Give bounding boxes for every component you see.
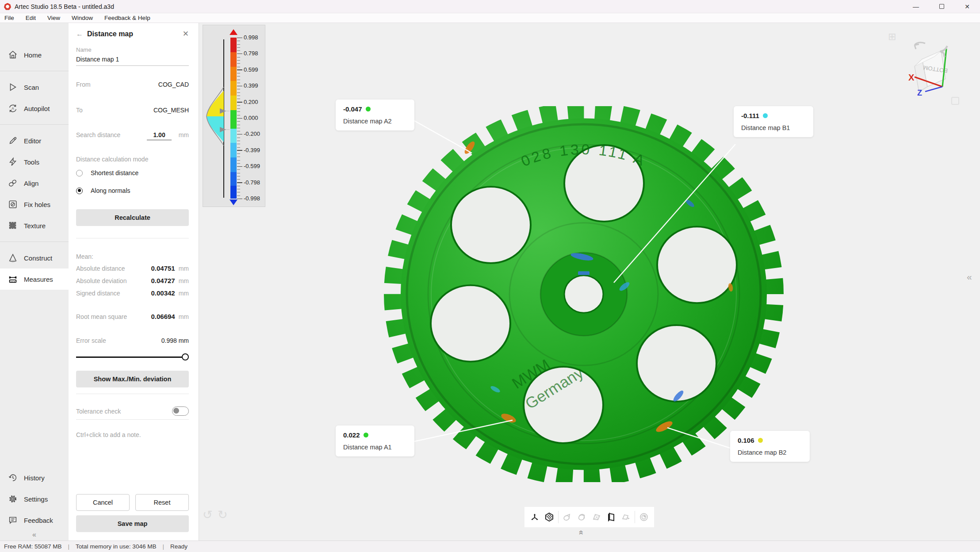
annotation-card-b2[interactable]: 0.106 Distance map B2 — [730, 431, 810, 462]
color-scale-tick-label: 0.000 — [244, 115, 258, 121]
gear-model[interactable]: 028 130 111 A MWM Germany — [380, 106, 787, 482]
annotation-card-b1[interactable]: -0.111 Distance map B1 — [734, 106, 813, 137]
annotation-dot — [366, 107, 371, 111]
menu-file[interactable]: File — [4, 15, 14, 21]
sidebar-item-history[interactable]: History — [0, 467, 69, 488]
sidebar-item-tools[interactable]: Tools — [0, 151, 69, 172]
annotation-dot — [763, 113, 768, 118]
grid-view-icon[interactable]: ⊞ — [888, 31, 896, 42]
to-value[interactable]: COG_MESH — [153, 107, 189, 114]
reset-button[interactable]: Reset — [135, 494, 189, 511]
mini-cube-icon[interactable] — [952, 97, 959, 104]
sidebar-item-settings[interactable]: Settings — [0, 488, 69, 510]
color-scale-major-tick — [237, 150, 242, 151]
save-map-button[interactable]: Save map — [76, 515, 189, 532]
sidebar-item-label: Home — [24, 51, 42, 59]
annotation-value: -0.047 — [343, 105, 362, 113]
color-scale-widget[interactable]: 0.9980.7980.5990.3990.2000.000-0.200-0.3… — [203, 25, 265, 207]
menu-edit[interactable]: Edit — [26, 15, 36, 21]
align-icon — [8, 178, 18, 188]
annotation-card-a1[interactable]: 0.022 Distance map A1 — [336, 426, 414, 456]
rotate-arrow-icon[interactable] — [915, 42, 925, 49]
sidebar-item-label: Autopilot — [24, 105, 50, 112]
scale-max-arrow[interactable] — [230, 29, 237, 35]
view-toolbar — [524, 507, 654, 527]
flat-shading-icon[interactable] — [620, 511, 632, 523]
menu-feedback-help[interactable]: Feedback & Help — [104, 15, 150, 21]
sidebar-item-scan[interactable]: Scan — [0, 77, 69, 98]
radio-icon-selected — [76, 188, 83, 194]
error-scale-label: Error scale — [76, 337, 161, 344]
error-scale-slider[interactable] — [76, 353, 189, 360]
annotation-value: 0.106 — [738, 437, 754, 444]
sidebar: Home Scan A Autopilot Editor Tools Align… — [0, 23, 69, 540]
shaded-view-icon[interactable] — [544, 511, 555, 523]
sidebar-item-texture[interactable]: Texture — [0, 215, 69, 236]
menu-view[interactable]: View — [47, 15, 60, 21]
color-scale-major-tick — [237, 38, 242, 38]
menu-window[interactable]: Window — [72, 15, 93, 21]
3d-viewport[interactable]: 028 130 111 A MWM Germany — [199, 23, 980, 540]
sidebar-item-label: Fix holes — [24, 201, 50, 208]
slider-handle[interactable] — [182, 353, 189, 360]
sidebar-item-fix-holes[interactable]: Fix holes — [0, 194, 69, 215]
lightning-icon — [8, 157, 18, 167]
cone-icon — [8, 253, 18, 263]
stat-label: Signed distance — [76, 290, 151, 297]
back-button[interactable]: ← — [76, 30, 83, 38]
divider — [76, 419, 189, 420]
annotation-label: Distance map B2 — [738, 449, 802, 456]
stat-unit: mm — [179, 277, 189, 284]
cancel-button[interactable]: Cancel — [76, 494, 130, 511]
undo-icon[interactable]: ↺ — [203, 508, 213, 522]
sidebar-collapse-button[interactable]: « — [0, 531, 69, 540]
textured-view-icon[interactable] — [605, 511, 617, 523]
from-label: From — [76, 81, 158, 88]
error-scale-value: 0.998 mm — [161, 337, 189, 344]
sidebar-item-editor[interactable]: Editor — [0, 130, 69, 151]
tolerance-toggle[interactable] — [172, 406, 189, 416]
panel-close-button[interactable]: ✕ — [183, 29, 189, 38]
sidebar-item-home[interactable]: Home — [0, 44, 69, 65]
search-distance-unit: mm — [179, 131, 189, 138]
redo-icon[interactable]: ↻ — [218, 508, 228, 522]
distance-map-panel: ← Distance map ✕ Name Distance map 1 Fro… — [69, 23, 199, 540]
name-input[interactable]: Distance map 1 — [76, 56, 119, 63]
restore-button[interactable] — [929, 0, 954, 13]
recalculate-button[interactable]: Recalculate — [76, 209, 189, 226]
move-axes-icon[interactable] — [529, 511, 540, 523]
navigation-cube[interactable]: BOTTOM X Z — [898, 41, 969, 116]
from-value[interactable]: COG_CAD — [158, 81, 189, 88]
scale-min-arrow[interactable] — [230, 199, 237, 205]
solid-view-icon[interactable] — [576, 511, 588, 523]
panel-title: Distance map — [87, 30, 133, 38]
sidebar-item-measures[interactable]: Measures — [0, 268, 69, 290]
right-panel-collapse-button[interactable]: « — [967, 272, 972, 282]
search-distance-label: Search distance — [76, 131, 147, 138]
toolbar-expand-button[interactable]: « — [577, 523, 586, 541]
calc-mode-label: Distance calculation mode — [76, 156, 148, 163]
artec-studio-window: Artec Studio 18.5 Beta - untitled.a3d — … — [0, 0, 980, 552]
minimize-button[interactable]: — — [903, 0, 929, 13]
sidebar-divider — [0, 242, 69, 242]
show-maxmin-button[interactable]: Show Max./Min. deviation — [76, 371, 189, 387]
color-scale-tick-label: -0.599 — [244, 163, 260, 169]
radio-shortest-distance[interactable]: Shortest distance — [76, 169, 138, 176]
sidebar-item-align[interactable]: Align — [0, 172, 69, 194]
target-view-icon[interactable] — [638, 511, 650, 523]
xray-view-icon[interactable] — [562, 511, 573, 523]
name-label: Name — [76, 46, 92, 53]
app-logo-icon — [4, 3, 11, 10]
close-button[interactable]: ✕ — [954, 0, 980, 13]
sidebar-item-autopilot[interactable]: A Autopilot — [0, 98, 69, 119]
speech-bubble-icon — [8, 515, 18, 525]
search-distance-input[interactable]: 1.00 — [147, 131, 171, 140]
radio-along-normals[interactable]: Along normals — [76, 187, 130, 194]
ruler-icon — [8, 274, 18, 284]
rms-value: 0.06694 — [151, 313, 175, 320]
color-scale-tick-label: -0.200 — [244, 130, 260, 137]
wireframe-view-icon[interactable] — [591, 511, 602, 523]
annotation-card-a2[interactable]: -0.047 Distance map A2 — [336, 100, 414, 130]
sidebar-item-feedback[interactable]: Feedback — [0, 510, 69, 531]
sidebar-item-construct[interactable]: Construct — [0, 247, 69, 268]
